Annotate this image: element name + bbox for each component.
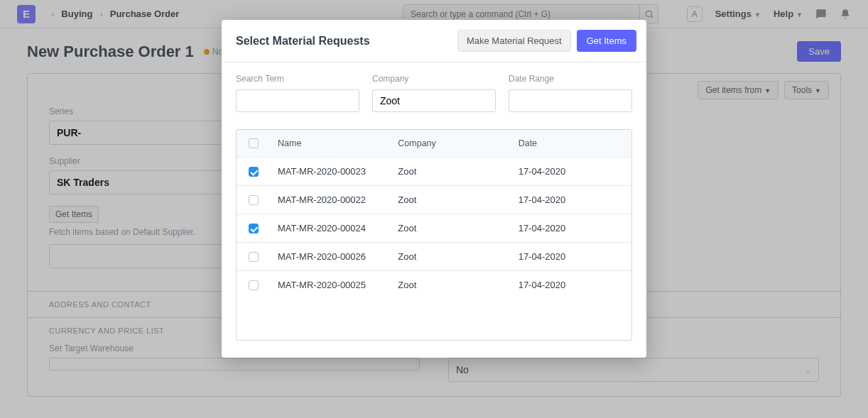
- table-header: Name Company Date: [237, 130, 631, 158]
- table-row[interactable]: MAT-MR-2020-00023Zoot17-04-2020: [237, 158, 631, 185]
- cell-date: 17-04-2020: [511, 243, 631, 270]
- select-all-checkbox[interactable]: [249, 138, 259, 148]
- row-checkbox[interactable]: [249, 167, 259, 177]
- cell-name: MAT-MR-2020-00023: [271, 158, 391, 185]
- cell-date: 17-04-2020: [511, 271, 631, 299]
- table-row[interactable]: MAT-MR-2020-00026Zoot17-04-2020: [237, 242, 631, 270]
- filter-company-input[interactable]: [372, 89, 496, 112]
- table-padding: [237, 299, 631, 340]
- cell-name: MAT-MR-2020-00025: [271, 271, 391, 299]
- col-date: Date: [511, 130, 631, 157]
- select-material-requests-modal: Select Material Requests Make Material R…: [222, 20, 646, 358]
- filter-row: Search Term Company Date Range: [236, 74, 632, 112]
- table-body: MAT-MR-2020-00023Zoot17-04-2020MAT-MR-20…: [237, 158, 631, 299]
- filter-date-label: Date Range: [509, 74, 632, 84]
- modal-body: Search Term Company Date Range Name Comp…: [222, 62, 646, 358]
- row-checkbox[interactable]: [249, 252, 259, 262]
- filter-company: Company: [372, 74, 496, 112]
- cell-company: Zoot: [391, 186, 511, 214]
- make-material-request-button[interactable]: Make Material Request: [457, 30, 571, 52]
- filter-date: Date Range: [509, 74, 632, 112]
- table-row[interactable]: MAT-MR-2020-00025Zoot17-04-2020: [237, 270, 631, 299]
- filter-company-label: Company: [372, 74, 496, 84]
- get-items-modal-button[interactable]: Get Items: [577, 30, 636, 52]
- col-name: Name: [271, 130, 391, 157]
- col-company: Company: [391, 130, 511, 157]
- filter-date-input[interactable]: [509, 89, 632, 112]
- modal-title: Select Material Requests: [236, 35, 370, 48]
- cell-company: Zoot: [391, 271, 511, 299]
- material-request-table: Name Company Date MAT-MR-2020-00023Zoot1…: [236, 129, 632, 341]
- cell-company: Zoot: [391, 158, 511, 185]
- filter-search-label: Search Term: [236, 74, 359, 84]
- cell-name: MAT-MR-2020-00022: [271, 186, 391, 214]
- row-checkbox[interactable]: [249, 195, 259, 205]
- cell-company: Zoot: [391, 243, 511, 270]
- table-row[interactable]: MAT-MR-2020-00024Zoot17-04-2020: [237, 214, 631, 242]
- cell-company: Zoot: [391, 214, 511, 242]
- cell-name: MAT-MR-2020-00024: [271, 214, 391, 242]
- filter-search: Search Term: [236, 74, 359, 112]
- cell-date: 17-04-2020: [511, 186, 631, 214]
- modal-header: Select Material Requests Make Material R…: [222, 20, 646, 62]
- modal-overlay: Select Material Requests Make Material R…: [0, 0, 868, 418]
- cell-date: 17-04-2020: [511, 158, 631, 185]
- table-row[interactable]: MAT-MR-2020-00022Zoot17-04-2020: [237, 185, 631, 214]
- filter-search-input[interactable]: [236, 89, 359, 112]
- row-checkbox[interactable]: [249, 224, 259, 233]
- cell-date: 17-04-2020: [511, 214, 631, 242]
- row-checkbox[interactable]: [249, 280, 259, 290]
- cell-name: MAT-MR-2020-00026: [271, 243, 391, 270]
